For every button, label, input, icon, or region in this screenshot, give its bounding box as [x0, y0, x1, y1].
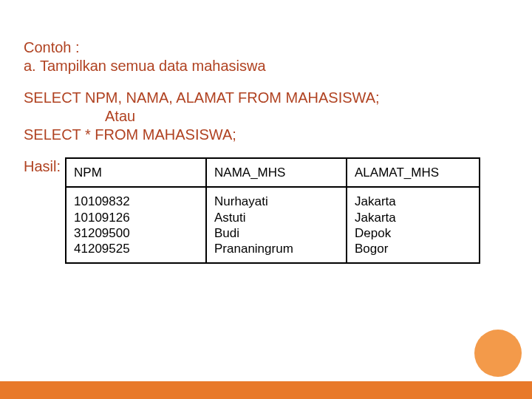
example-item: a. Tampilkan semua data mahasiswa [24, 57, 508, 75]
npm-3: 41209525 [74, 241, 198, 256]
alamat-1: Jakarta [355, 210, 471, 225]
nama-2: Budi [214, 225, 338, 241]
alamat-3: Bogor [355, 241, 471, 256]
npm-1: 10109126 [74, 210, 198, 225]
nama-3: Prananingrum [214, 241, 338, 256]
sql-block: SELECT NPM, NAMA, ALAMAT FROM MAHASISWA;… [24, 89, 508, 144]
cell-alamat: Jakarta Jakarta Depok Bogor [347, 187, 480, 263]
table-header-row: NPM NAMA_MHS ALAMAT_MHS [66, 158, 480, 187]
npm-2: 31209500 [74, 225, 198, 241]
cell-nama: Nurhayati Astuti Budi Prananingrum [206, 187, 347, 263]
result-row: Hasil: NPM NAMA_MHS ALAMAT_MHS 10109832 … [24, 157, 508, 264]
header-nama: NAMA_MHS [206, 158, 347, 187]
result-label: Hasil: [24, 157, 61, 176]
alamat-2: Depok [355, 225, 471, 241]
sql-line-1: SELECT NPM, NAMA, ALAMAT FROM MAHASISWA; [24, 89, 508, 107]
sql-line-2: SELECT * FROM MAHASISWA; [24, 126, 508, 144]
content-area: Contoh : a. Tampilkan semua data mahasis… [24, 38, 508, 264]
sql-or: Atau [24, 107, 508, 126]
nama-0: Nurhayati [214, 194, 338, 209]
header-npm: NPM [66, 158, 206, 187]
decorative-circle [474, 330, 522, 377]
alamat-0: Jakarta [355, 194, 471, 209]
header-alamat: ALAMAT_MHS [347, 158, 480, 187]
slide: Contoh : a. Tampilkan semua data mahasis… [0, 0, 532, 399]
npm-0: 10109832 [74, 194, 198, 209]
cell-npm: 10109832 10109126 31209500 41209525 [66, 187, 206, 263]
nama-1: Astuti [214, 210, 338, 225]
table-data-row: 10109832 10109126 31209500 41209525 Nurh… [66, 187, 480, 263]
decorative-footer-bar [0, 381, 532, 399]
result-table: NPM NAMA_MHS ALAMAT_MHS 10109832 1010912… [65, 157, 480, 264]
intro-label: Contoh : [24, 38, 508, 57]
